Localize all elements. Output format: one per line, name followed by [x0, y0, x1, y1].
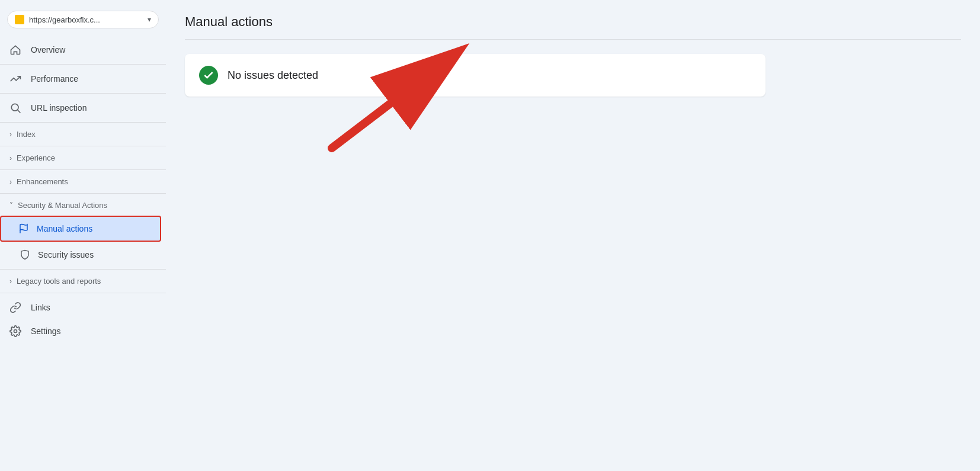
- sidebar-item-links-label: Links: [31, 303, 50, 312]
- sidebar-item-performance[interactable]: Performance: [0, 67, 159, 91]
- divider-2: [0, 93, 166, 94]
- sidebar-item-url-inspection-label: URL inspection: [31, 103, 87, 113]
- sidebar-section-index-label: Index: [17, 130, 36, 139]
- status-text: No issues detected: [228, 69, 318, 82]
- sidebar-section-enhancements-label: Enhancements: [17, 177, 68, 186]
- chevron-down-icon: ▾: [148, 15, 151, 24]
- svg-rect-0: [17, 17, 23, 23]
- url-text: https://gearboxfix.c...: [29, 15, 143, 24]
- sidebar-item-manual-actions-label: Manual actions: [37, 224, 92, 233]
- sidebar-item-overview-label: Overview: [31, 45, 65, 55]
- status-card: No issues detected: [185, 54, 766, 97]
- settings-icon: [9, 325, 21, 337]
- shield-icon: [19, 249, 31, 261]
- sidebar-section-security[interactable]: ˅ Security & Manual Actions: [0, 196, 166, 214]
- page-title: Manual actions: [185, 14, 961, 30]
- svg-line-2: [18, 110, 21, 113]
- sidebar-item-security-issues[interactable]: Security issues: [0, 243, 159, 267]
- sidebar-item-url-inspection[interactable]: URL inspection: [0, 96, 159, 120]
- divider-8: [0, 293, 166, 293]
- divider-4: [0, 146, 166, 146]
- sidebar-section-legacy[interactable]: › Legacy tools and reports: [0, 272, 166, 290]
- divider-5: [0, 169, 166, 170]
- chevron-right-icon-4: ›: [9, 277, 12, 286]
- sidebar-section-enhancements[interactable]: › Enhancements: [0, 172, 166, 191]
- sidebar-section-legacy-label: Legacy tools and reports: [17, 277, 101, 286]
- chevron-down-icon-2: ˅: [9, 201, 13, 210]
- sidebar-item-settings-label: Settings: [31, 326, 61, 336]
- title-divider: [185, 39, 961, 40]
- sidebar: https://gearboxfix.c... ▾ Overview Perfo…: [0, 0, 166, 471]
- sidebar-item-links[interactable]: Links: [0, 296, 159, 319]
- chevron-right-icon-2: ›: [9, 154, 12, 162]
- site-favicon: [15, 15, 24, 24]
- sidebar-item-security-issues-label: Security issues: [38, 250, 94, 259]
- main-content: Manual actions No issues detected: [166, 0, 980, 471]
- divider-1: [0, 64, 166, 65]
- sidebar-item-settings[interactable]: Settings: [0, 319, 159, 343]
- sidebar-item-performance-label: Performance: [31, 74, 78, 84]
- home-icon: [9, 44, 21, 56]
- chevron-right-icon: ›: [9, 130, 12, 139]
- links-icon: [9, 302, 21, 313]
- trending-up-icon: [9, 73, 21, 85]
- divider-6: [0, 193, 166, 194]
- sidebar-section-security-label: Security & Manual Actions: [18, 201, 107, 210]
- sidebar-item-manual-actions[interactable]: Manual actions: [0, 216, 161, 242]
- sidebar-item-overview[interactable]: Overview: [0, 38, 159, 62]
- flag-icon: [18, 223, 30, 235]
- svg-point-4: [14, 330, 17, 333]
- sidebar-section-experience[interactable]: › Experience: [0, 149, 166, 167]
- svg-point-1: [11, 104, 18, 111]
- sidebar-section-experience-label: Experience: [17, 153, 55, 162]
- chevron-right-icon-3: ›: [9, 178, 12, 186]
- search-icon: [9, 102, 21, 114]
- divider-3: [0, 122, 166, 123]
- divider-7: [0, 269, 166, 270]
- sidebar-section-index[interactable]: › Index: [0, 125, 166, 143]
- success-icon: [199, 66, 218, 85]
- url-bar[interactable]: https://gearboxfix.c... ▾: [7, 11, 159, 28]
